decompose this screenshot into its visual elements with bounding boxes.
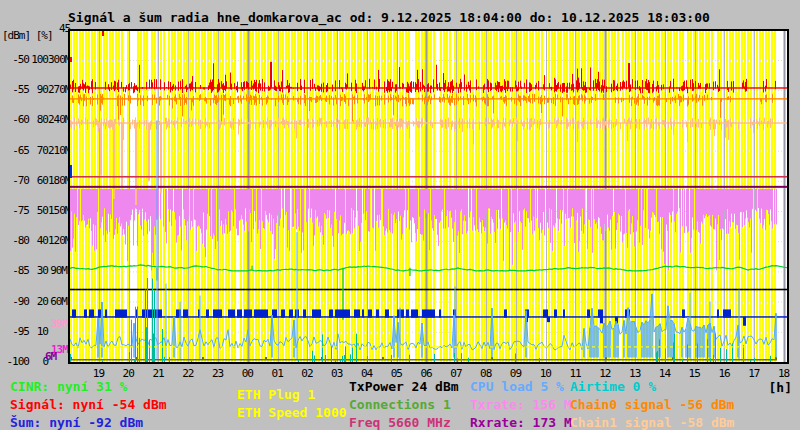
y-axis-row: -5590270M [0,83,67,96]
hour-label: 02 [301,367,312,380]
legend-item: Airtime 0 % [570,378,734,396]
legend-item: Freq 5660 MHz [349,414,459,430]
chart-plot-area [68,29,789,364]
y-axis-row: -6080240M [0,113,67,126]
y-axis-units-label: [dBm] [%] [2,29,53,42]
hour-label: 17 [748,367,759,380]
y-axis-row: -7060180M [0,174,67,187]
y-axis-row: -6570210M [0,144,67,157]
y-axis-row: -1000 [0,355,67,368]
legend-item: ETH Plug 1 [237,386,347,404]
legend-item: Rxrate: 173 M [470,414,572,430]
legend-item: Txrate: 156 M [470,396,572,414]
legend-item: Chain0 signal -56 dBm [570,396,734,414]
hour-label: 18 [778,367,789,380]
legend-item: ETH Speed 1000 [237,404,347,422]
y-axis-row: -8040120M [0,234,67,247]
legend-column: Airtime 0 %Chain0 signal -56 dBmChain1 s… [570,378,734,430]
axis-overlay-label: 39M [51,317,68,330]
hour-label: 03 [331,367,342,380]
legend-item: Šum: nyní -92 dBm [10,414,167,430]
y-axis-row: -7550150M [0,204,67,217]
legend-item: Connections 1 [349,396,459,414]
legend-item: TxPower 24 dBm [349,378,459,396]
y-axis-row: -853090M [0,264,67,277]
signal-noise-chart-canvas [70,31,787,362]
y-axis-row: -50100300M [0,53,67,66]
legend-item: CINR: nyní 31 % [10,378,167,396]
legend-column: CPU load 5 %Txrate: 156 MRxrate: 173 M [470,378,572,430]
legend-column: TxPower 24 dBmConnections 1Freq 5660 MHz [349,378,459,430]
legend-column: CINR: nyní 31 %Signál: nyní -54 dBmŠum: … [10,378,167,430]
legend-item: Chain1 signal -58 dBm [570,414,734,430]
hour-label: 00 [242,367,253,380]
y-axis-row: -902060M [0,295,67,308]
hour-label: 01 [272,367,283,380]
radio-signal-monitor-page: Signál a šum radia hne_domkarova_ac od: … [0,0,800,430]
axis-overlay-label: 6M [45,350,56,363]
hour-label: 23 [212,367,223,380]
page-title: Signál a šum radia hne_domkarova_ac od: … [68,10,710,25]
legend-item: CPU load 5 % [470,378,572,396]
hour-label: 22 [182,367,193,380]
x-axis-unit-label: [h] [769,380,792,395]
legend-item: Signál: nyní -54 dBm [10,396,167,414]
legend-column: ETH Plug 1ETH Speed 1000 [237,386,347,422]
